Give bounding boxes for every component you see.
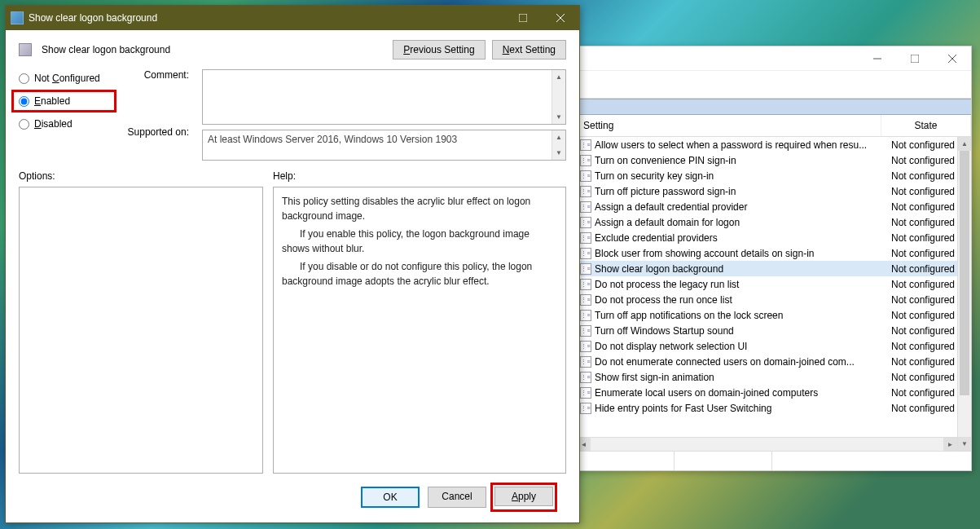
list-item[interactable]: ⋮≡Block user from showing account detail… [577,245,971,261]
list-item[interactable]: ⋮≡Do not process the legacy run listNot … [577,276,971,292]
list-item[interactable]: ⋮≡Show first sign-in animationNot config… [577,369,971,385]
setting-icon: ⋮≡ [580,170,591,182]
setting-icon: ⋮≡ [580,310,591,321]
radio-disabled-label: Disabled [34,118,73,130]
list-item[interactable]: ⋮≡Do not process the run once listNot co… [577,292,971,307]
gp-titlebar [577,46,971,71]
setting-icon: ⋮≡ [580,325,591,337]
setting-name: Assign a default domain for logon [595,217,886,228]
maximize-button[interactable] [896,46,934,71]
col-state[interactable]: State [881,115,971,136]
list-item[interactable]: ⋮≡Turn off app notifications on the lock… [577,307,971,323]
setting-icon [19,43,32,56]
list-item[interactable]: ⋮≡Turn off picture password sign-inNot c… [577,183,971,199]
setting-name: Show first sign-in animation [595,372,886,383]
gp-column-header: Setting State [577,115,971,137]
col-setting[interactable]: Setting [577,115,881,136]
options-panel [19,187,263,474]
close-button[interactable] [542,6,579,30]
options-label: Options: [19,170,263,182]
list-item[interactable]: ⋮≡Assign a default domain for logonNot c… [577,214,971,230]
list-item[interactable]: ⋮≡Do not display network selection UINot… [577,338,971,354]
setting-name: Assign a default credential provider [595,201,886,213]
setting-name: Turn on convenience PIN sign-in [595,155,886,166]
supported-value: At least Windows Server 2016, Windows 10… [208,134,457,145]
setting-name: Do not process the legacy run list [595,279,886,290]
dialog-titlebar: Show clear logon background [6,6,579,30]
supported-box: At least Windows Server 2016, Windows 10… [202,130,566,161]
list-item[interactable]: ⋮≡Hide entry points for Fast User Switch… [577,400,971,416]
setting-state: Not configured [886,170,968,182]
ok-button[interactable]: OK [361,487,420,508]
radio-disabled[interactable]: Disabled [19,118,112,130]
scroll-thumb[interactable] [960,151,969,395]
group-policy-window: Setting State ⋮≡Allow users to select wh… [576,46,972,471]
list-item[interactable]: ⋮≡Turn off Windows Startup soundNot conf… [577,323,971,338]
help-label: Help: [273,170,296,182]
setting-state: Not configured [886,232,968,244]
help-text: If you enable this policy, the logon bac… [282,227,557,256]
setting-state: Not configured [886,403,968,414]
setting-state: Not configured [886,279,968,290]
setting-state: Not configured [886,372,968,383]
comment-label: Comment: [121,69,189,126]
setting-state: Not configured [886,186,968,197]
list-item[interactable]: ⋮≡Turn on convenience PIN sign-inNot con… [577,152,971,168]
vertical-scrollbar[interactable]: ▲ ▼ [957,137,971,451]
setting-icon: ⋮≡ [580,155,591,166]
apply-button[interactable]: Apply [494,487,553,506]
setting-icon: ⋮≡ [580,186,591,197]
scrollbar[interactable]: ▲▼ [552,130,565,160]
supported-label: Supported on: [121,126,189,138]
scrollbar[interactable]: ▲▼ [552,70,565,124]
maximize-button[interactable] [504,6,542,30]
horizontal-scrollbar[interactable]: ◄ ► [577,437,957,451]
setting-icon: ⋮≡ [580,217,591,228]
close-button[interactable] [934,46,971,71]
setting-state: Not configured [886,217,968,228]
tab-extended[interactable] [577,452,675,470]
list-item[interactable]: ⋮≡Allow users to select when a password … [577,137,971,152]
radio-disabled-input[interactable] [19,119,29,130]
list-item[interactable]: ⋮≡Turn on security key sign-inNot config… [577,168,971,183]
scroll-up-icon[interactable]: ▲ [958,137,971,151]
radio-not-configured-input[interactable] [19,73,29,84]
list-item[interactable]: ⋮≡Exclude credential providersNot config… [577,230,971,245]
setting-icon: ⋮≡ [580,387,591,399]
scroll-down-icon[interactable]: ▼ [958,437,971,451]
previous-setting-button[interactable]: Previous Setting [393,40,485,60]
list-item[interactable]: ⋮≡Do not enumerate connected users on do… [577,354,971,369]
setting-name: Allow users to select when a password is… [595,139,886,151]
setting-name: Do not process the run once list [595,294,886,306]
setting-name: Turn off Windows Startup sound [595,325,886,337]
setting-state: Not configured [886,356,968,368]
radio-enabled[interactable]: Enabled [15,94,112,108]
setting-state: Not configured [886,310,968,321]
setting-name: Enumerate local users on domain-joined c… [595,387,886,399]
minimize-button[interactable] [859,46,896,71]
scroll-right-icon[interactable]: ► [943,438,957,451]
radio-not-configured-label: Not Configured [34,73,100,84]
setting-name: Do not enumerate connected users on doma… [595,356,886,368]
setting-name: Hide entry points for Fast User Switchin… [595,403,886,414]
setting-state: Not configured [886,201,968,213]
setting-state: Not configured [886,387,968,399]
list-item[interactable]: ⋮≡Enumerate local users on domain-joined… [577,385,971,400]
svg-rect-0 [911,55,919,63]
gp-path-bar [577,99,971,115]
cancel-button[interactable]: Cancel [428,487,486,508]
next-setting-button[interactable]: Next Setting [492,40,566,60]
radio-enabled-label: Enabled [34,95,70,107]
radio-not-configured[interactable]: Not Configured [19,73,112,84]
setting-icon: ⋮≡ [580,139,591,151]
list-item[interactable]: ⋮≡Show clear logon backgroundNot configu… [577,261,971,276]
help-text: This policy setting disables the acrylic… [282,194,557,223]
gp-settings-list[interactable]: ⋮≡Allow users to select when a password … [577,137,971,451]
comment-textarea[interactable]: ▲▼ [202,69,566,125]
help-text: If you disable or do not configure this … [282,259,557,289]
setting-state: Not configured [886,139,968,151]
list-item[interactable]: ⋮≡Assign a default credential providerNo… [577,199,971,214]
radio-enabled-input[interactable] [19,96,29,107]
setting-name: Show clear logon background [595,263,886,275]
tab-standard[interactable] [675,452,772,470]
